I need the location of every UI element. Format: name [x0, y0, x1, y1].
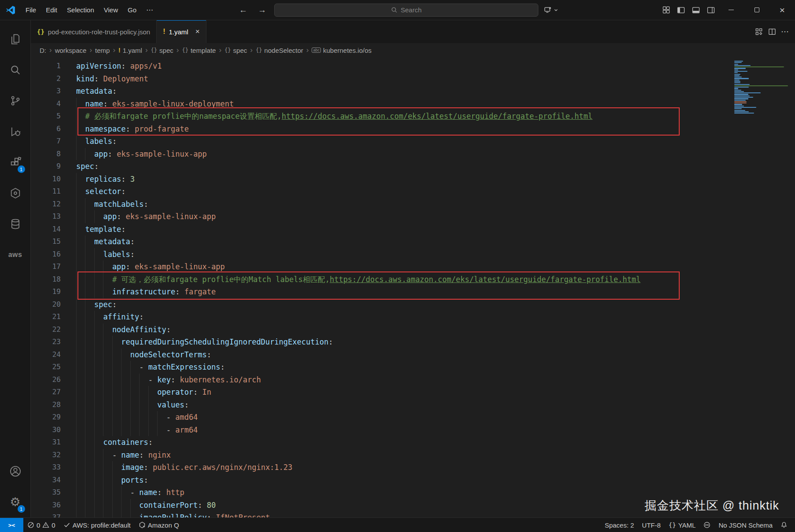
amazon-q-status[interactable]: Amazon Q [135, 518, 183, 532]
indentation-status[interactable]: Spaces: 2 [601, 518, 638, 532]
indent-guide [76, 110, 85, 123]
copilot-status[interactable] [699, 518, 714, 532]
breadcrumb-workspace[interactable]: workspace [54, 46, 88, 55]
split-editor-icon[interactable] [768, 27, 777, 36]
breadcrumb-file[interactable]: ! 1.yaml [118, 46, 143, 55]
indent-guide [112, 349, 121, 361]
code-text[interactable]: selector: [61, 185, 126, 198]
maximize-icon [755, 7, 759, 12]
menu-edit[interactable]: Edit [41, 4, 62, 16]
code-text[interactable]: affinity: [61, 311, 144, 323]
breadcrumb-node-selector[interactable]: {} nodeSelector [255, 46, 304, 55]
code-text[interactable]: - name: nginx [61, 449, 171, 462]
aws-profile-status[interactable]: AWS: profile:default [59, 518, 135, 532]
search-input[interactable]: Search [274, 4, 538, 17]
remote-indicator[interactable]: >< [0, 518, 23, 532]
breadcrumb-template[interactable]: {} template [181, 46, 217, 55]
minimap[interactable] [734, 61, 790, 114]
toggle-sidebar-left-icon[interactable] [674, 0, 688, 20]
code-text[interactable]: spec: [61, 160, 99, 173]
indent-guide [103, 499, 112, 512]
code-text[interactable]: matchLabels: [61, 198, 148, 211]
customize-layout-icon[interactable] [659, 0, 674, 20]
indent-guide [112, 461, 121, 474]
code-text[interactable]: # 必须和fargate proflie中的namespace设置相匹配,htt… [61, 110, 593, 123]
code-text[interactable]: infrastructure: fargate [61, 286, 216, 298]
code-text[interactable]: spec: [61, 298, 117, 311]
code-text[interactable]: replicas: 3 [61, 173, 135, 186]
activity-extensions[interactable]: 1 [0, 147, 31, 178]
code-text[interactable]: - arm64 [61, 424, 198, 437]
activity-settings[interactable]: ⚙ 1 [0, 487, 31, 517]
code-text[interactable]: - name: http [61, 486, 184, 499]
code-text[interactable]: app: eks-sample-linux-app [61, 260, 225, 273]
code-text[interactable]: containers: [61, 436, 153, 449]
menu-selection[interactable]: Selection [63, 4, 99, 16]
code-line: 11selector: [31, 185, 795, 198]
code-text[interactable]: - key: kubernetes.io/arch [61, 374, 261, 386]
close-button[interactable]: × [769, 0, 795, 20]
code-text[interactable]: requiredDuringSchedulingIgnoredDuringExe… [61, 336, 333, 349]
activity-source-control[interactable] [0, 85, 31, 116]
code-text[interactable]: app: eks-sample-linux-app [61, 210, 216, 223]
code-text[interactable]: metadata: [61, 85, 117, 98]
code-text[interactable]: operator: In [61, 386, 211, 399]
code-text[interactable]: imagePullPolicy: IfNotPresent [61, 511, 270, 517]
breadcrumb-spec-2[interactable]: {} spec [224, 46, 248, 55]
code-text[interactable]: apiVersion: apps/v1 [61, 60, 162, 73]
code-text[interactable]: metadata: [61, 235, 135, 248]
code-text[interactable]: name: eks-sample-linux-deployment [61, 98, 234, 110]
editor-actions: ⋯ [755, 20, 795, 43]
breadcrumb-drive[interactable]: D: [39, 46, 47, 55]
code-text[interactable]: app: eks-sample-linux-app [61, 148, 207, 161]
tab-close-icon[interactable]: × [195, 27, 200, 36]
indent-guide [76, 349, 85, 361]
editor-action-grid-icon[interactable] [755, 27, 763, 36]
toggle-sidebar-right-icon[interactable] [703, 0, 718, 20]
code-text[interactable]: values: [61, 399, 189, 411]
problems-status[interactable]: 0 0 [23, 518, 59, 532]
code-text[interactable]: nodeSelectorTerms: [61, 349, 211, 361]
minimize-button[interactable] [718, 0, 744, 20]
code-text[interactable]: labels: [61, 135, 117, 148]
activity-accounts[interactable] [0, 456, 31, 487]
code-text[interactable]: ports: [61, 474, 148, 487]
code-text[interactable]: labels: [61, 248, 135, 261]
menu-overflow-ellipsis[interactable]: ⋯ [142, 4, 158, 16]
code-text[interactable]: # 可选，必须和fargate proflie中的Match labels相匹配… [61, 273, 640, 286]
activity-run-debug[interactable] [0, 116, 31, 147]
code-text[interactable]: nodeAffinity: [61, 323, 171, 336]
activity-aws[interactable]: aws [0, 239, 31, 270]
breadcrumb-spec[interactable]: {} spec [150, 46, 174, 55]
code-text[interactable]: image: public.ecr.aws/nginx/nginx:1.23 [61, 461, 292, 474]
language-mode-status[interactable]: {} YAML [665, 518, 700, 532]
code-text[interactable]: - matchExpressions: [61, 361, 225, 374]
tab-pod-execution-role-trust-policy[interactable]: {} pod-execution-role-trust-policy.json [31, 20, 157, 43]
forward-arrow-icon[interactable]: → [255, 4, 269, 16]
menu-view[interactable]: View [99, 4, 122, 16]
menu-go[interactable]: Go [123, 4, 141, 16]
tab-1-yaml[interactable]: ! 1.yaml × [157, 20, 206, 43]
encoding-status[interactable]: UTF-8 [638, 518, 665, 532]
more-actions-icon[interactable]: ⋯ [781, 27, 789, 37]
code-editor[interactable]: 1apiVersion: apps/v12kind: Deployment3me… [31, 57, 795, 517]
breadcrumb-kubernetes-io-os[interactable]: abc kubernetes.io/os [311, 46, 372, 55]
code-text[interactable]: - amd64 [61, 411, 198, 424]
activity-search[interactable] [0, 55, 31, 85]
maximize-button[interactable] [744, 0, 769, 20]
activity-database[interactable] [0, 209, 31, 239]
notifications-status[interactable] [777, 518, 791, 532]
toggle-panel-icon[interactable] [688, 0, 703, 20]
indent-guide [94, 411, 103, 424]
code-text[interactable]: template: [61, 223, 126, 236]
activity-remote-explorer[interactable] [0, 178, 31, 209]
back-arrow-icon[interactable]: ← [236, 4, 250, 16]
code-text[interactable]: namespace: prod-fargate [61, 123, 189, 136]
code-text[interactable]: kind: Deployment [61, 73, 148, 85]
menu-file[interactable]: File [21, 4, 40, 16]
code-text[interactable]: containerPort: 80 [61, 499, 216, 512]
activity-explorer[interactable] [0, 24, 31, 55]
breadcrumb-temp[interactable]: temp [94, 46, 110, 55]
monitor-arrow-icon[interactable] [544, 6, 559, 15]
json-schema-status[interactable]: No JSON Schema [714, 518, 777, 532]
